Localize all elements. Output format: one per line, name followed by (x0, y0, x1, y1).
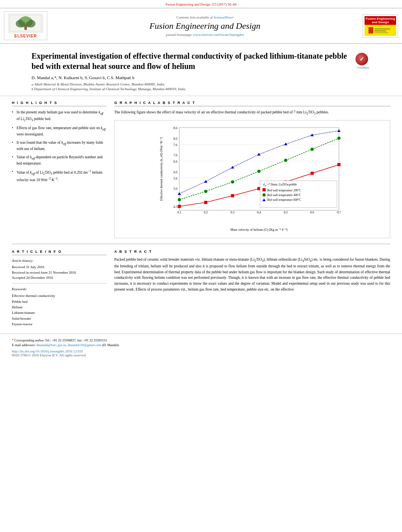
keyword-2: Pebble bed (12, 299, 106, 304)
authors-line: D. Mandal a,*, N. Kulkarni b, S. Gosavi … (32, 75, 370, 80)
article-title: Experimental investigation of effective … (32, 51, 355, 71)
affiliations: a Alkali Material & Metal Division, Bhab… (32, 82, 370, 91)
elsevier-logo-image (8, 13, 43, 33)
svg-text:0.6: 0.6 (310, 211, 314, 214)
svg-rect-60 (262, 188, 266, 191)
journal-title: Fusion Engineering and Design (47, 21, 363, 31)
keyword-4: Lithium-titanate (12, 310, 106, 315)
journal-logo-bottom (365, 25, 396, 36)
article-info-heading: A R T I C L E I N F O (12, 250, 106, 255)
top-citation-bar: Fusion Engineering and Design 115 (2017)… (0, 0, 402, 8)
science-direct-link[interactable]: ScienceDirect (214, 15, 233, 19)
abstract-heading: A B S T R A C T (114, 250, 390, 254)
chart-svg: Effective thermal conductivity (k_eff) [… (118, 124, 387, 234)
journal-logo-top-text: Fusion Engineering and Design (365, 16, 396, 25)
science-direct-line: Contents lists available at ScienceDirec… (47, 15, 363, 19)
received-date: Received 31 July 2016 (12, 265, 106, 270)
section-divider (12, 244, 390, 244)
doi-link[interactable]: http://dx.doi.org/10.1016/j.fusengdes.20… (12, 349, 83, 353)
svg-text:4.5: 4.5 (173, 205, 177, 209)
svg-text:8.0: 8.0 (173, 137, 177, 141)
article-history-label: Article history: (12, 258, 106, 264)
graphical-abstract-column: G R A P H I C A L A B S T R A C T The fo… (114, 101, 390, 238)
graphical-abstract-heading: G R A P H I C A L A B S T R A C T (114, 101, 390, 106)
article-title-section: Experimental investigation of effective … (0, 44, 402, 96)
keyword-6: Fusion-reactor (12, 321, 106, 327)
svg-text:Bed wall temperature 400°C: Bed wall temperature 400°C (267, 193, 301, 197)
affiliation-a: a Alkali Material & Metal Division, Bhab… (32, 82, 370, 86)
svg-text:Bed wall temperature 600°C: Bed wall temperature 600°C (267, 198, 301, 202)
svg-text:7.6: 7.6 (173, 143, 177, 147)
page-container: Fusion Engineering and Design 115 (2017)… (0, 0, 402, 532)
svg-text:p: p (265, 184, 266, 187)
svg-text:d: d (263, 183, 265, 186)
svg-text:5.0: 5.0 (173, 187, 177, 191)
accepted-date: Accepted 24 December 2016 (12, 275, 106, 281)
abstract-text: Packed pebble bed of ceramic solid breed… (114, 257, 390, 293)
email-link-1[interactable]: dmandal@barc.gov.in (36, 343, 66, 347)
doi-line: http://dx.doi.org/10.1016/j.fusengdes.20… (12, 349, 390, 353)
svg-text:0.1: 0.1 (177, 211, 181, 214)
svg-text:5.6: 5.6 (173, 177, 177, 180)
highlight-item-4: Value of keff dependent on particle Reyn… (12, 154, 106, 167)
svg-text:0.3: 0.3 (231, 211, 234, 214)
journal-homepage-line: journal homepage: www.elsevier.com/locat… (47, 33, 363, 37)
keyword-5: Solid-breeder (12, 316, 106, 321)
svg-text:0.2: 0.2 (204, 211, 208, 214)
keywords-label: Keywords: (12, 287, 106, 292)
highlights-heading: H I G H L I G H T S (12, 101, 106, 106)
copyright-line: 0920-3796/© 2016 Elsevier B.V. All right… (12, 353, 390, 357)
svg-rect-37 (231, 194, 234, 197)
svg-point-62 (262, 193, 266, 196)
elsevier-name: ELSEVIER (6, 34, 45, 38)
svg-rect-7 (368, 27, 373, 33)
highlight-item-2: Effects of gas flow rate, temperature an… (12, 125, 106, 137)
graphical-abstract-text: The following figure shows the effect of… (114, 109, 390, 116)
journal-logo-right: Fusion Engineering and Design (363, 14, 398, 38)
svg-text:Mass velocity of helium (G)  [: Mass velocity of helium (G) [Kg m⁻² S⁻¹] (230, 228, 287, 232)
journal-citation-link[interactable]: Fusion Engineering and Design 115 (2017)… (166, 2, 236, 6)
svg-rect-36 (204, 201, 207, 204)
corresponding-author-note: * Corresponding author. Tel.: +91 22 255… (12, 338, 390, 348)
journal-homepage-link[interactable]: www.elsevier.com/locate/fusengdes (193, 33, 244, 37)
article-info-column: A R T I C L E I N F O Article history: R… (12, 250, 106, 327)
svg-point-5 (22, 16, 30, 22)
article-dates: Received 31 July 2016 Received in revise… (12, 265, 106, 284)
keyword-1: Effective thermal conductivity (12, 293, 106, 298)
svg-point-45 (257, 170, 261, 173)
highlight-item-1: In the present study helium gas was used… (12, 109, 106, 123)
abstract-column: A B S T R A C T Packed pebble bed of cer… (114, 250, 390, 327)
svg-text:0.5: 0.5 (284, 211, 288, 214)
keywords-list: Effective thermal conductivity Pebble be… (12, 293, 106, 327)
highlights-column: H I G H L I G H T S In the present study… (12, 101, 106, 238)
svg-text:7.0: 7.0 (173, 154, 177, 157)
svg-point-44 (231, 180, 234, 184)
keywords-section: Keywords: Effective thermal conductivity… (12, 287, 106, 327)
svg-point-42 (178, 198, 181, 201)
svg-rect-40 (311, 172, 314, 175)
journal-center-info: Contents lists available at ScienceDirec… (47, 15, 363, 37)
crossmark-label: CrossMark (355, 66, 370, 69)
svg-rect-41 (337, 163, 341, 166)
svg-text:6.6: 6.6 (173, 160, 177, 163)
svg-text:=7.0mm, Li₂TiO₃ pebble: =7.0mm, Li₂TiO₃ pebble (267, 183, 297, 186)
highlight-item-3: It was found that the value of keff incr… (12, 140, 106, 152)
article-info-abstract-section: A R T I C L E I N F O Article history: R… (0, 250, 402, 327)
svg-text:8.6: 8.6 (173, 126, 177, 130)
received-revised-date: Received in revised form 21 November 201… (12, 270, 106, 276)
svg-point-43 (204, 190, 207, 193)
email-link-2[interactable]: dmandal110@gmail.com (67, 343, 101, 347)
svg-text:Effective thermal conductivity: Effective thermal conductivity (k_eff) [… (160, 137, 163, 201)
highlights-graphical-section: H I G H L I G H T S In the present study… (0, 101, 402, 238)
footer-section: * Corresponding author. Tel.: +91 22 255… (0, 334, 402, 360)
svg-text:0.7: 0.7 (337, 211, 341, 214)
svg-point-46 (284, 159, 287, 162)
svg-point-47 (311, 148, 314, 151)
svg-text:6.0: 6.0 (173, 171, 177, 174)
svg-text:0.4: 0.4 (257, 211, 261, 214)
svg-rect-10 (374, 32, 388, 33)
svg-rect-9 (374, 30, 386, 32)
crossmark-icon: ✓ (355, 53, 368, 65)
svg-point-48 (337, 137, 341, 140)
crossmark-badge: ✓ CrossMark (355, 53, 370, 69)
